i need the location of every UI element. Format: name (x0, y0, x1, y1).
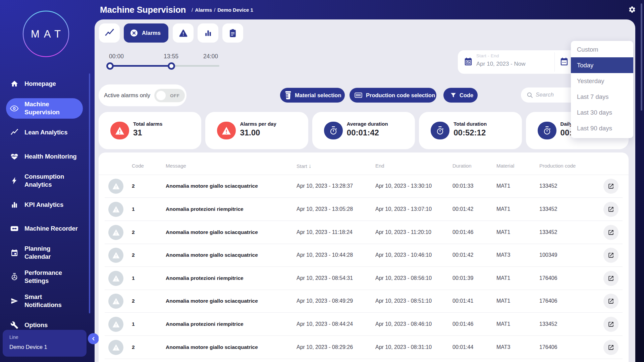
svg-text:MAT: MAT (31, 28, 65, 40)
